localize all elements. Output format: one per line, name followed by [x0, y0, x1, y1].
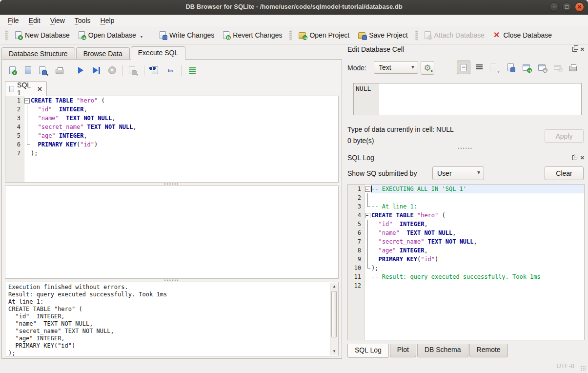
menu-tools[interactable]: Tools — [70, 16, 96, 25]
revert-changes-button[interactable]: ↻ Revert Changes — [219, 29, 286, 41]
tab-db-schema[interactable]: DB Schema — [417, 344, 468, 357]
code-line: 8 "age" INTEGER, — [348, 246, 584, 255]
right-dock: Edit Database Cell ✕ Mode: Text ⚙▸ ▾ ➝ ∞… — [343, 44, 588, 359]
code-text: CREATE TABLE "hero" ( — [371, 211, 584, 220]
code-line: 2 "id" INTEGER, — [5, 105, 338, 114]
execute-line-icon[interactable] — [90, 64, 103, 77]
text-mode-icon[interactable] — [457, 61, 470, 74]
line-number: 1 — [348, 185, 365, 193]
code-line: 7); — [5, 149, 338, 158]
print-icon[interactable] — [53, 64, 66, 77]
line-number: 4 — [348, 211, 365, 220]
window-controls: − □ ✕ — [549, 2, 584, 12]
close-dock-icon[interactable]: ✕ — [580, 47, 585, 52]
sql-log-editor[interactable]: 1-- EXECUTING ALL IN 'SQL 1'2--3-- At li… — [347, 184, 585, 340]
close-database-button[interactable]: ✕ Close Database — [489, 29, 556, 41]
mode-label: Mode: — [347, 64, 366, 72]
close-tab-icon[interactable]: ✕ — [37, 85, 42, 93]
message-scrollbar[interactable]: ▲ ▼ — [330, 283, 338, 355]
execute-sql-pane: + ▾ ✕ ▾ ba SQL 1 ✕ 1CREATE TABLE "hero" … — [1, 59, 342, 359]
filter-label: Show SQ submitted by — [347, 169, 417, 177]
open-database-button[interactable]: ➝ Open Database ▾ — [74, 29, 147, 41]
toolbar-drag-handle[interactable] — [5, 30, 8, 41]
titlebar[interactable]: DB Browser for SQLite - /home/user/code/… — [0, 0, 588, 15]
line-number: 7 — [348, 237, 365, 246]
tab-database-structure[interactable]: Database Structure — [1, 47, 75, 60]
line-number: 6 — [348, 228, 365, 237]
write-changes-button[interactable]: Write Changes — [155, 29, 219, 41]
float-dock-icon[interactable] — [572, 155, 577, 160]
statusbar: UTF-8 — [0, 359, 588, 373]
copy-url-icon[interactable]: ∞ — [535, 61, 548, 74]
close-database-icon: ✕ — [493, 31, 500, 39]
menu-file[interactable]: File — [3, 16, 24, 25]
main-toolbar: + New Database ➝ Open Database ▾ Write C… — [0, 26, 588, 44]
line-number: 5 — [5, 131, 24, 140]
execute-all-icon[interactable] — [74, 64, 87, 77]
find-icon[interactable] — [148, 64, 162, 77]
menu-edit[interactable]: Edit — [24, 16, 45, 25]
fold-marker-icon[interactable] — [365, 185, 371, 193]
sql-document-tab[interactable]: SQL 1 ✕ — [5, 81, 47, 96]
mode-select[interactable]: Text — [374, 61, 418, 74]
code-line: 12 — [348, 281, 584, 290]
open-database-dropdown-icon[interactable]: ▾ — [141, 35, 142, 39]
import-settings-icon[interactable]: ⚙▸ — [421, 61, 434, 75]
print-cell-icon[interactable] — [566, 61, 580, 74]
open-sql-icon[interactable] — [21, 64, 35, 77]
save-project-icon — [358, 32, 365, 39]
scroll-up-icon[interactable]: ▲ — [330, 283, 338, 290]
clear-button[interactable]: Clear — [545, 166, 584, 180]
menu-view[interactable]: View — [45, 16, 70, 25]
code-text: CREATE TABLE "hero" ( — [31, 96, 338, 105]
format-icon[interactable] — [185, 64, 199, 77]
toolbar-separator — [151, 29, 151, 41]
sql-document-icon — [9, 86, 14, 92]
new-database-button[interactable]: + New Database — [11, 29, 74, 41]
execution-message-panel[interactable]: Execution finished without errors. Resul… — [5, 282, 339, 356]
code-line: 2-- — [348, 193, 584, 202]
minimize-icon[interactable]: − — [549, 2, 559, 12]
line-number: 11 — [348, 272, 365, 281]
toolbar-drag-handle[interactable] — [289, 30, 292, 41]
sql-editor[interactable]: 1CREATE TABLE "hero" (2 "id" INTEGER,3 "… — [5, 96, 339, 183]
save-sql-icon[interactable]: ▾ — [37, 64, 50, 77]
new-tab-icon[interactable]: + — [6, 64, 19, 77]
menubar: File Edit View Tools Help — [0, 15, 588, 26]
toolbar-drag-handle[interactable] — [415, 30, 418, 41]
open-project-button[interactable]: ➝ Open Project — [294, 29, 354, 41]
code-text: ); — [371, 264, 584, 272]
fold-marker-icon[interactable] — [365, 211, 371, 220]
scroll-down-icon[interactable]: ▼ — [330, 348, 338, 355]
sql-editor-toolbar: + ▾ ✕ ▾ ba — [6, 63, 199, 78]
tab-execute-sql[interactable]: Execute SQL — [131, 46, 186, 60]
results-grid[interactable] — [5, 186, 339, 279]
export-icon[interactable] — [504, 61, 517, 74]
attach-database-icon — [425, 31, 431, 39]
cell-editor[interactable]: NULL — [353, 83, 582, 115]
tab-browse-data[interactable]: Browse Data — [76, 47, 130, 60]
open-external-icon[interactable]: ➝ — [519, 61, 533, 74]
sql-log-title: SQL Log — [347, 154, 374, 162]
code-line: 5 "age" INTEGER, — [5, 131, 338, 140]
log-filter-select[interactable]: User — [432, 166, 484, 180]
find-replace-icon[interactable]: ba — [164, 64, 177, 77]
tab-remote[interactable]: Remote — [469, 344, 508, 357]
apply-button: Apply — [545, 129, 584, 143]
tab-sql-log[interactable]: SQL Log — [347, 344, 389, 358]
open-database-icon: ➝ — [79, 31, 85, 39]
close-dock-icon[interactable]: ✕ — [580, 155, 585, 160]
close-icon[interactable]: ✕ — [575, 2, 584, 12]
menu-help[interactable]: Help — [96, 16, 120, 25]
splitter-handle[interactable]: •••••• — [343, 147, 588, 150]
save-project-button[interactable]: Save Project — [354, 29, 412, 41]
fold-marker-icon[interactable] — [24, 96, 31, 105]
set-null-icon: − — [550, 61, 564, 74]
maximize-icon[interactable]: □ — [562, 2, 571, 12]
scrollbar-thumb[interactable] — [331, 291, 337, 337]
float-dock-icon[interactable] — [572, 47, 577, 52]
resize-grip-icon[interactable] — [580, 365, 586, 371]
word-wrap-icon[interactable] — [472, 61, 486, 74]
tab-plot[interactable]: Plot — [390, 344, 416, 357]
dock-tab-bar: SQL Log Plot DB Schema Remote — [343, 344, 588, 359]
